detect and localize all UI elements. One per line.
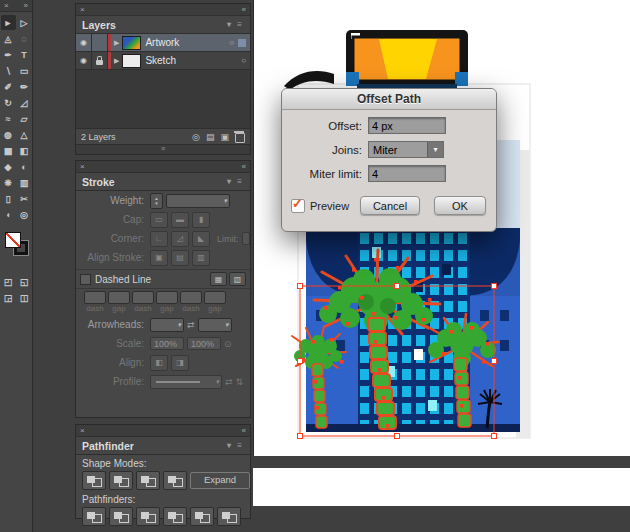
screen-mode-button[interactable]: ◫ (17, 290, 32, 305)
column-graph-tool[interactable]: ▥ (17, 175, 32, 190)
dialog-title[interactable]: Offset Path (282, 89, 496, 110)
cancel-button[interactable]: Cancel (360, 196, 420, 215)
preview-checkbox[interactable]: ✓ (291, 199, 305, 213)
swap-arrowheads-icon[interactable]: ⇄ (187, 320, 195, 330)
magic-wand-tool[interactable]: ◬ (1, 31, 16, 46)
expand-button[interactable]: Expand (190, 472, 250, 489)
gradient-tool[interactable]: ◧ (17, 143, 32, 158)
rectangle-tool[interactable]: ▭ (17, 63, 32, 78)
scale-end-input[interactable]: 100% (187, 337, 221, 350)
exclude-button[interactable] (163, 471, 187, 490)
weight-dropdown[interactable]: ▾ (166, 194, 230, 208)
projecting-cap-button[interactable]: ▮ (192, 212, 210, 228)
target-icon[interactable]: ○ (241, 56, 246, 65)
unite-button[interactable] (82, 471, 106, 490)
visibility-toggle[interactable]: ◉ (76, 34, 92, 51)
miter-limit-input[interactable] (368, 165, 446, 182)
layer-name[interactable]: Artwork (145, 37, 179, 48)
align-outside-button[interactable]: ▥ (192, 250, 210, 266)
draw-inside-mode[interactable]: ◲ (1, 290, 16, 305)
line-segment-tool[interactable]: ∖ (1, 63, 16, 78)
weight-stepper[interactable]: ▲ ▼ (150, 193, 163, 209)
symbol-sprayer-tool[interactable]: ❋ (1, 175, 16, 190)
layer-row-artwork[interactable]: ◉ ▶ Artwork ○ (76, 34, 250, 52)
dash-input-2[interactable] (132, 291, 154, 304)
gap-input-3[interactable] (204, 291, 226, 304)
zoom-tool[interactable]: ◎ (17, 207, 32, 222)
arrowhead-end-button[interactable]: ◨ (171, 355, 189, 371)
lasso-tool[interactable]: ◌ (17, 31, 32, 46)
panel-menu-icon[interactable]: ≡ (237, 177, 244, 186)
layer-name[interactable]: Sketch (145, 55, 176, 66)
lock-toggle[interactable] (92, 52, 108, 69)
merge-button[interactable] (136, 507, 160, 526)
blend-tool[interactable]: ◐ (17, 159, 32, 174)
free-transform-tool[interactable]: ▱ (17, 111, 32, 126)
layer-row-sketch[interactable]: ◉ ▶ Sketch ○ (76, 52, 250, 70)
fill-swatch[interactable] (5, 232, 21, 248)
ok-button[interactable]: OK (434, 196, 486, 215)
divide-button[interactable] (82, 507, 106, 526)
perspective-grid-tool[interactable]: △ (17, 127, 32, 142)
arrowhead-end-dropdown[interactable]: ▾ (198, 318, 232, 332)
stepper-down-icon[interactable]: ▼ (154, 201, 158, 206)
crop-button[interactable] (163, 507, 187, 526)
chevron-down-icon[interactable]: ▾ (227, 20, 233, 29)
layer-thumbnail[interactable] (122, 54, 141, 68)
close-icon[interactable]: × (80, 425, 85, 436)
panel-menu-icon[interactable]: ≡ (237, 20, 244, 29)
gap-input-1[interactable] (108, 291, 130, 304)
paintbrush-tool[interactable]: ✐ (1, 79, 16, 94)
arrowhead-start-dropdown[interactable]: ▾ (150, 318, 184, 332)
round-join-button[interactable]: ◿ (171, 231, 189, 247)
collapse-icon[interactable]: « (242, 4, 246, 15)
close-icon[interactable]: × (4, 0, 9, 11)
offset-input[interactable] (368, 117, 446, 134)
panel-menu-icon[interactable]: ≡ (237, 441, 244, 450)
dashed-line-checkbox[interactable] (80, 274, 91, 285)
gap-input-2[interactable] (156, 291, 178, 304)
limit-input[interactable] (242, 232, 250, 245)
pencil-tool[interactable]: ✏ (17, 79, 32, 94)
butt-cap-button[interactable]: ▭ (150, 212, 168, 228)
chevron-down-icon[interactable]: ▾ (227, 441, 233, 450)
shape-builder-tool[interactable]: ◍ (1, 127, 16, 142)
direct-selection-tool[interactable]: ▷ (17, 15, 32, 30)
collapse-icon[interactable]: » (24, 0, 28, 11)
align-inside-button[interactable]: ▤ (171, 250, 189, 266)
chevron-down-icon[interactable]: ▾ (427, 142, 443, 157)
close-icon[interactable]: × (80, 4, 85, 15)
preserve-dash-button[interactable]: ▦ (210, 272, 227, 286)
chevron-down-icon[interactable]: ▾ (227, 177, 233, 186)
eyedropper-tool[interactable]: ◆ (1, 159, 16, 174)
collapse-icon[interactable]: « (242, 425, 246, 436)
lock-toggle[interactable] (92, 34, 108, 51)
mesh-tool[interactable]: ▦ (1, 143, 16, 158)
panel-resize-gripper[interactable]: ≡ (76, 144, 250, 154)
disclosure-icon[interactable]: ▶ (114, 57, 119, 65)
draw-normal-mode[interactable]: ◰ (1, 274, 16, 289)
dash-input-3[interactable] (180, 291, 202, 304)
selection-tool[interactable]: ► (1, 15, 16, 30)
make-mask-button[interactable]: ◎ (192, 132, 200, 142)
fill-stroke-swatches[interactable] (2, 232, 30, 266)
minus-front-button[interactable] (109, 471, 133, 490)
disclosure-icon[interactable]: ▶ (114, 39, 119, 47)
miter-join-button[interactable]: ∟ (150, 231, 168, 247)
link-scale-icon[interactable]: ⊙ (224, 339, 232, 349)
width-tool[interactable]: ≈ (1, 111, 16, 126)
minus-back-button[interactable] (217, 507, 241, 526)
new-layer-button[interactable]: ▣ (220, 132, 229, 142)
round-cap-button[interactable]: ▬ (171, 212, 189, 228)
profile-dropdown[interactable]: ▾ (150, 375, 222, 389)
target-icon[interactable]: ○ (229, 38, 234, 47)
joins-dropdown[interactable]: Miter ▾ (368, 141, 444, 158)
type-tool[interactable]: T (17, 47, 32, 62)
bevel-join-button[interactable]: ◣ (192, 231, 210, 247)
layer-thumbnail[interactable] (122, 36, 141, 50)
hand-tool[interactable]: ◖ (1, 207, 16, 222)
visibility-toggle[interactable]: ◉ (76, 52, 92, 69)
arrowhead-tip-button[interactable]: ◧ (150, 355, 168, 371)
draw-behind-mode[interactable]: ◱ (17, 274, 32, 289)
close-icon[interactable]: × (80, 161, 85, 172)
